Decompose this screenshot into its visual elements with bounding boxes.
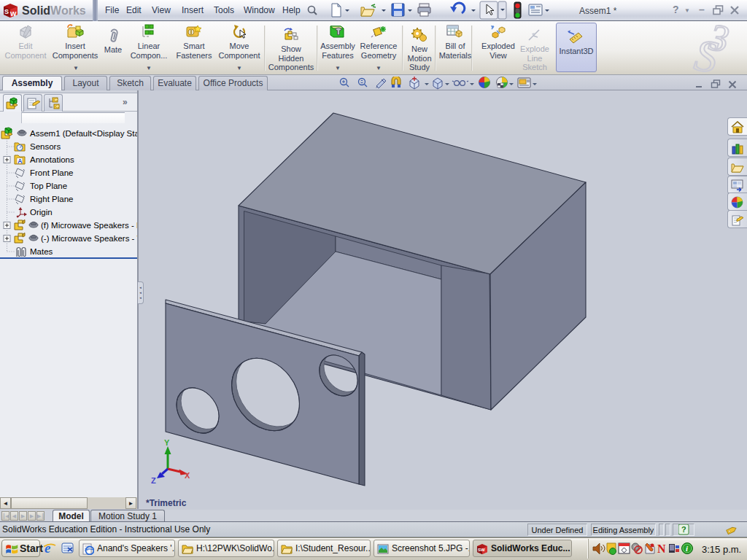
svg-text:Origin: Origin: [30, 208, 53, 217]
svg-text:Sensors: Sensors: [30, 142, 61, 151]
svg-text:e: e: [44, 541, 51, 556]
svg-text:Assem1 (Default<Display Stat: Assem1 (Default<Display Stat: [30, 129, 137, 138]
svg-text:Mates: Mates: [30, 247, 53, 256]
svg-text:Z: Z: [151, 476, 156, 485]
svg-text:N: N: [657, 542, 666, 555]
svg-text:Y: Y: [164, 438, 170, 447]
svg-text:?: ?: [681, 525, 686, 534]
svg-text:Front Plane: Front Plane: [30, 168, 73, 177]
svg-text:W: W: [10, 10, 17, 18]
svg-text:X: X: [185, 471, 190, 480]
svg-text:SW: SW: [478, 548, 485, 552]
svg-text:Top Plane: Top Plane: [30, 182, 67, 190]
svg-text:(-) Microwave Speakers - W: (-) Microwave Speakers - W: [41, 234, 137, 243]
svg-text:(f) Microwave Speakers - B: (f) Microwave Speakers - B: [41, 221, 137, 230]
svg-text:S: S: [692, 30, 721, 74]
svg-text:S: S: [4, 8, 9, 15]
svg-text:Annotations: Annotations: [30, 155, 74, 164]
svg-text:Right Plane: Right Plane: [30, 195, 73, 203]
svg-text:A: A: [18, 158, 22, 165]
